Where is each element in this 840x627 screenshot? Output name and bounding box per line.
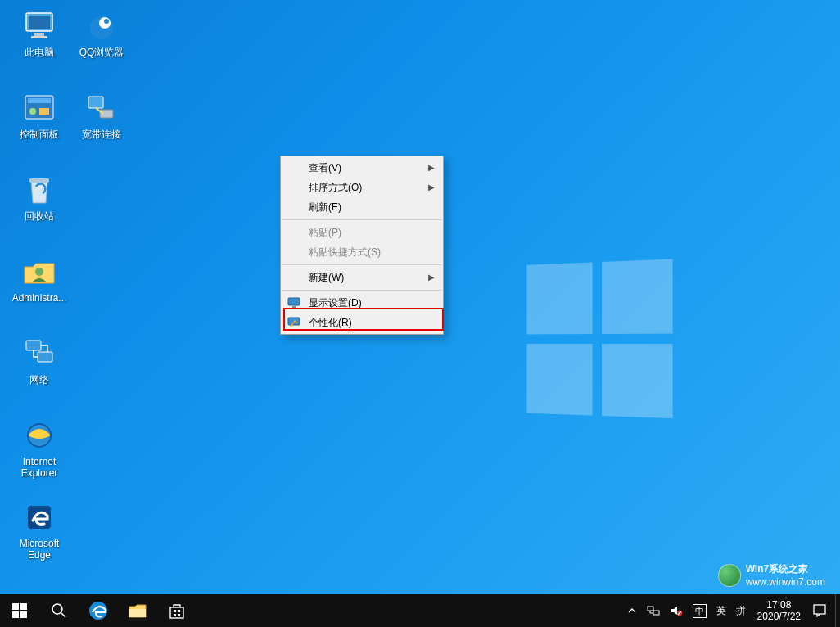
desktop-icon-this-pc[interactable]: 此电脑 (8, 7, 70, 87)
svg-rect-5 (28, 98, 51, 103)
qq-browser-icon (82, 7, 121, 46)
svg-rect-24 (20, 603, 27, 610)
svg-rect-30 (129, 609, 146, 617)
svg-point-17 (104, 19, 109, 24)
svg-point-6 (29, 108, 36, 115)
display-settings-icon (287, 296, 300, 309)
menu-label: 刷新(E) (309, 201, 341, 214)
svg-rect-1 (29, 16, 50, 29)
ime-lang-label: 中 (693, 604, 707, 618)
svg-rect-36 (648, 607, 653, 611)
tray-network[interactable] (642, 594, 665, 627)
watermark-orb-icon (718, 564, 741, 587)
desktop-icon-ie[interactable]: Internet Explorer (8, 416, 70, 496)
icon-label: 此电脑 (25, 47, 54, 59)
desktop-context-menu: 查看(V) ▶ 排序方式(O) ▶ 刷新(E) 粘贴(P) 粘贴快捷方式(S) … (280, 156, 444, 335)
broadband-icon (82, 88, 121, 128)
menu-personalize[interactable]: 个性化(R) (281, 313, 443, 332)
watermark: Win7系统之家 www.winwin7.com (718, 562, 825, 588)
svg-rect-11 (38, 352, 52, 362)
icon-label: 回收站 (25, 211, 54, 223)
menu-separator (282, 290, 442, 291)
menu-label: 查看(V) (309, 161, 341, 175)
svg-rect-7 (39, 108, 49, 115)
personalize-icon (287, 316, 300, 329)
recycle-bin-icon (20, 170, 59, 210)
icon-label: QQ浏览器 (79, 47, 124, 59)
submenu-arrow-icon: ▶ (428, 183, 435, 192)
desktop-icon-qq-browser[interactable]: QQ浏览器 (70, 7, 133, 87)
submenu-arrow-icon: ▶ (428, 163, 435, 172)
edge-icon (20, 498, 59, 537)
tray-action-center[interactable] (807, 594, 832, 627)
windows-icon (12, 603, 27, 618)
svg-rect-35 (178, 614, 180, 616)
watermark-line1: Win7系统之家 (746, 562, 825, 576)
menu-label: 个性化(R) (309, 316, 352, 330)
edge-icon (88, 600, 109, 621)
svg-rect-32 (174, 610, 176, 612)
desktop-icon-edge[interactable]: Microsoft Edge (8, 498, 70, 578)
watermark-line2: www.winwin7.com (746, 576, 825, 588)
taskbar-edge[interactable] (79, 594, 118, 627)
ime-mode-label: 英 (716, 604, 726, 618)
desktop-icon-administrator[interactable]: Administra... (8, 252, 70, 332)
tray-time: 17:08 (766, 599, 791, 611)
desktop-icon-broadband[interactable]: 宽带连接 (70, 88, 133, 169)
desktop-icon-recycle-bin[interactable]: 回收站 (8, 170, 70, 250)
menu-display-settings[interactable]: 显示设置(D) (281, 293, 443, 313)
menu-label: 粘贴(P) (309, 226, 341, 240)
desktop-icon-network[interactable]: 网络 (8, 334, 70, 414)
svg-rect-23 (12, 603, 19, 610)
menu-view[interactable]: 查看(V) ▶ (281, 158, 443, 178)
action-center-icon (812, 603, 827, 618)
show-desktop-button[interactable] (835, 594, 840, 627)
svg-rect-8 (29, 178, 49, 183)
menu-separator (282, 264, 442, 265)
tray-clock[interactable]: 17:08 2020/7/22 (751, 599, 807, 623)
svg-rect-34 (174, 614, 176, 616)
svg-rect-37 (653, 611, 659, 615)
menu-label: 新建(W) (309, 271, 344, 285)
tray-ime-mode[interactable]: 英 (711, 594, 731, 627)
icon-label: Internet Explorer (8, 457, 70, 480)
icon-label: Administra... (12, 293, 67, 304)
svg-rect-20 (288, 298, 300, 305)
taskbar-explorer[interactable] (118, 594, 157, 627)
desktop[interactable]: 此电脑 控制面板 回收站 Administra... 网络 (0, 0, 840, 627)
start-button[interactable] (0, 594, 39, 627)
menu-new[interactable]: 新建(W) ▶ (281, 268, 443, 287)
menu-paste: 粘贴(P) (281, 223, 443, 242)
search-icon (51, 602, 67, 619)
svg-rect-31 (170, 607, 183, 618)
tray-volume[interactable] (665, 594, 688, 627)
menu-refresh[interactable]: 刷新(E) (281, 197, 443, 217)
icon-label: 网络 (29, 375, 49, 386)
svg-rect-33 (178, 610, 180, 612)
tray-ime-keyboard[interactable]: 拼 (731, 594, 751, 627)
windows-logo-decoration (526, 259, 682, 429)
search-button[interactable] (39, 594, 79, 627)
folder-icon (128, 601, 147, 620)
store-icon (168, 602, 186, 620)
taskbar: 中 英 拼 17:08 2020/7/22 (0, 594, 840, 627)
menu-label: 显示设置(D) (309, 296, 362, 310)
tray-ime-lang[interactable]: 中 (688, 594, 711, 627)
menu-paste-shortcut: 粘贴快捷方式(S) (281, 242, 443, 262)
svg-rect-40 (814, 605, 825, 614)
svg-point-27 (52, 604, 62, 614)
network-tray-icon (647, 604, 660, 617)
tray-chevron[interactable] (622, 594, 642, 627)
menu-sort[interactable]: 排序方式(O) ▶ (281, 178, 443, 197)
svg-rect-3 (31, 36, 47, 38)
menu-separator (282, 219, 442, 220)
desktop-icon-control-panel[interactable]: 控制面板 (8, 88, 70, 169)
taskbar-right: 中 英 拼 17:08 2020/7/22 (622, 594, 840, 627)
taskbar-store[interactable] (157, 594, 196, 627)
desktop-icons-col2: QQ浏览器 宽带连接 (70, 7, 133, 170)
svg-line-28 (61, 613, 65, 617)
ie-icon (20, 416, 59, 455)
submenu-arrow-icon: ▶ (428, 273, 435, 282)
network-icon (20, 334, 59, 373)
menu-label: 粘贴快捷方式(S) (309, 246, 381, 259)
